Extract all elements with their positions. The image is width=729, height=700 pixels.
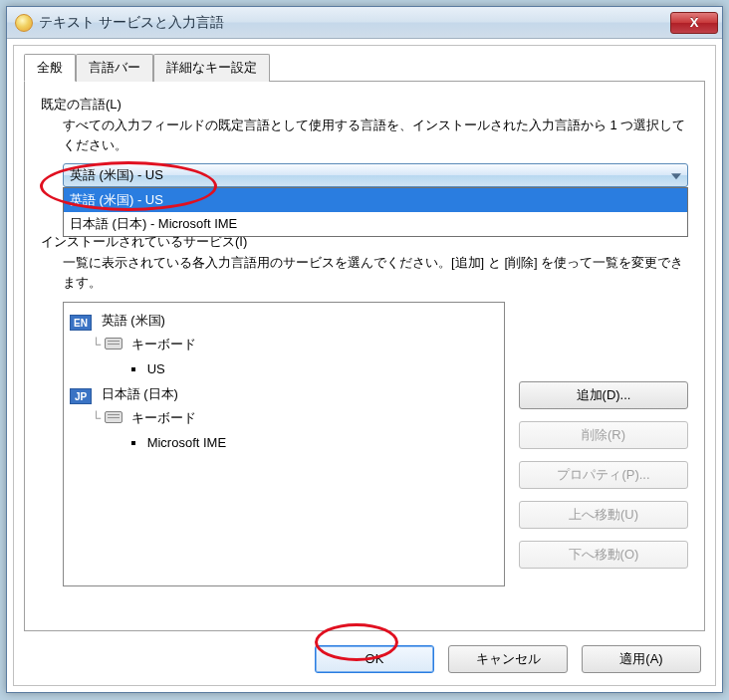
lang-badge-jp: JP [70, 388, 92, 404]
remove-button: 削除(R) [519, 421, 688, 449]
app-icon [15, 14, 33, 32]
tab-general[interactable]: 全般 [24, 54, 76, 82]
dialog-window: テキスト サービスと入力言語 X 全般 言語バー 詳細なキー設定 既定の言語(L… [6, 6, 723, 693]
tab-key-settings[interactable]: 詳細なキー設定 [153, 54, 270, 82]
properties-button: プロパティ(P)... [519, 461, 688, 489]
combo-option-jp[interactable]: 日本語 (日本) - Microsoft IME [64, 212, 687, 236]
tab-strip: 全般 言語バー 詳細なキー設定 [24, 54, 705, 82]
default-lang-selected: 英語 (米国) - US [70, 166, 163, 184]
client-area: 全般 言語バー 詳細なキー設定 既定の言語(L) すべての入力フィールドの既定言… [13, 45, 716, 686]
keyboard-icon [105, 338, 122, 350]
move-down-button: 下へ移動(O) [519, 541, 688, 569]
services-desc: 一覧に表示されている各入力言語用のサービスを選んでください。[追加] と [削除… [63, 253, 688, 293]
bullet-icon [131, 441, 135, 445]
add-button[interactable]: 追加(D)... [519, 381, 688, 409]
window-title: テキスト サービスと入力言語 [39, 14, 670, 32]
tab-language-bar[interactable]: 言語バー [76, 54, 153, 82]
dialog-footer: OK キャンセル 適用(A) [24, 631, 705, 675]
tree-layout-ime[interactable]: Microsoft IME [147, 435, 226, 450]
move-up-button: 上へ移動(U) [519, 501, 688, 529]
tree-layout-us[interactable]: US [147, 361, 165, 376]
tree-kb-en[interactable]: キーボード [131, 337, 196, 351]
close-button[interactable]: X [670, 12, 718, 34]
titlebar: テキスト サービスと入力言語 X [7, 7, 722, 39]
tree-lang-en[interactable]: 英語 (米国) [102, 313, 165, 328]
tree-lang-jp[interactable]: 日本語 (日本) [102, 386, 178, 401]
cancel-button[interactable]: キャンセル [448, 645, 568, 673]
combo-option-en[interactable]: 英語 (米国) - US [64, 188, 687, 212]
default-lang-dropdown: 英語 (米国) - US 日本語 (日本) - Microsoft IME [63, 187, 688, 237]
default-lang-label: 既定の言語(L) [41, 96, 688, 114]
bullet-icon [131, 367, 135, 371]
lang-badge-en: EN [70, 315, 92, 331]
tree-kb-jp[interactable]: キーボード [131, 410, 196, 425]
ok-button[interactable]: OK [315, 645, 434, 673]
tab-panel: 既定の言語(L) すべての入力フィールドの既定言語として使用する言語を、インスト… [24, 81, 705, 631]
chevron-down-icon [671, 173, 681, 179]
service-buttons: 追加(D)... 削除(R) プロパティ(P)... 上へ移動(U) 下へ移動(… [519, 302, 688, 586]
default-lang-combo[interactable]: 英語 (米国) - US [63, 163, 688, 187]
apply-button[interactable]: 適用(A) [582, 645, 701, 673]
services-tree[interactable]: EN 英語 (米国) └ キーボード US JP 日本語 (日本) [63, 302, 505, 586]
keyboard-icon [105, 411, 122, 423]
default-lang-desc: すべての入力フィールドの既定言語として使用する言語を、インストールされた入力言語… [63, 116, 688, 155]
